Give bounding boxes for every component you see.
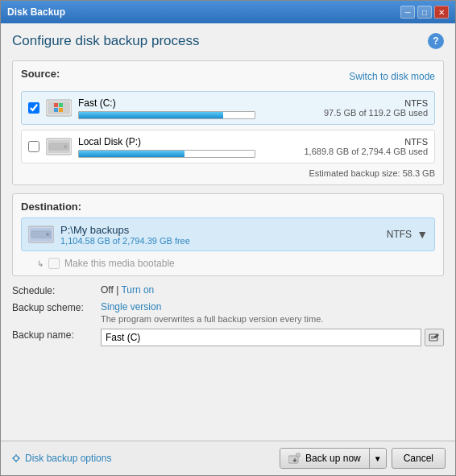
disk-options-link[interactable]: Disk backup options	[10, 453, 111, 464]
info-grid: Schedule: Off | Turn on Backup scheme: S…	[12, 284, 444, 346]
backup-name-input[interactable]	[101, 329, 421, 346]
disk-fs-local-p: NTFS	[305, 137, 429, 147]
footer-right: Back up now ▼ Cancel	[280, 448, 446, 469]
disk-usage-fast-c: 97.5 GB of 119.2 GB used	[324, 108, 428, 118]
destination-info: P:\My backups 1,104.58 GB of 2,794.39 GB…	[60, 224, 387, 246]
back-up-now-dropdown-arrow[interactable]: ▼	[370, 449, 386, 468]
rename-icon[interactable]	[425, 329, 444, 346]
disk-meta-local-p: NTFS 1,689.8 GB of 2,794.4 GB used	[305, 137, 429, 156]
disk-checkbox-fast-c[interactable]	[28, 102, 39, 114]
cancel-button[interactable]: Cancel	[392, 448, 446, 469]
header-row: Configure disk backup process ?	[12, 33, 444, 49]
svg-point-9	[64, 145, 67, 148]
destination-section: Destination: P:\My backups 1,104.58 GB o…	[12, 193, 444, 276]
dropdown-arrow-icon: ▼	[417, 228, 428, 241]
schedule-status: Off	[101, 284, 114, 296]
source-section: Source: Switch to disk mode	[12, 60, 444, 185]
disk-name-local-p: Local Disk (P:)	[78, 136, 305, 147]
source-label: Source:	[21, 68, 60, 80]
schedule-value: Off | Turn on	[101, 284, 444, 296]
backup-scheme-link[interactable]: Single version	[101, 301, 444, 313]
backup-scheme-desc: The program overwrites a full backup ver…	[101, 314, 444, 324]
backup-name-row: Backup name:	[12, 329, 444, 346]
switch-to-disk-mode-link[interactable]: Switch to disk mode	[349, 71, 435, 82]
bootable-checkbox[interactable]	[48, 258, 60, 269]
svg-rect-4	[54, 108, 58, 112]
disk-meta-fast-c: NTFS 97.5 GB of 119.2 GB used	[324, 98, 428, 118]
disk-progress-local-p	[78, 150, 255, 158]
footer-left: Disk backup options	[10, 453, 280, 464]
back-up-now-main[interactable]: Back up now	[280, 449, 370, 468]
svg-point-17	[14, 456, 19, 461]
schedule-label: Schedule:	[12, 284, 101, 296]
turn-on-link[interactable]: Turn on	[121, 284, 154, 296]
back-up-now-label: Back up now	[305, 453, 361, 464]
maximize-button[interactable]: □	[417, 6, 432, 19]
destination-fs: NTFS	[387, 229, 412, 240]
disk-name-fast-c: Fast (C:)	[78, 97, 324, 109]
page-title: Configure disk backup process	[12, 33, 199, 49]
disk-info-local-p: Local Disk (P:)	[78, 136, 305, 158]
disk-options-text: Disk backup options	[25, 453, 111, 464]
window-title: Disk Backup	[7, 6, 65, 18]
bootable-row: ↳ Make this media bootable	[21, 258, 435, 269]
disk-item-local-p[interactable]: Local Disk (P:) NTFS 1,689.8 GB of 2,794…	[21, 130, 435, 163]
svg-rect-2	[54, 103, 58, 107]
schedule-row: Schedule: Off | Turn on	[12, 284, 444, 296]
footer: Disk backup options Back up now ▼ Cancel	[1, 441, 455, 475]
backup-name-field-row	[101, 329, 444, 346]
disk-fill-local-p	[79, 151, 184, 157]
disk-icon-fast-c	[46, 97, 72, 119]
close-button[interactable]: ✕	[434, 6, 449, 19]
source-header: Source: Switch to disk mode	[21, 68, 435, 85]
disk-checkbox-local-p[interactable]	[28, 141, 39, 152]
backup-icon	[288, 453, 301, 464]
window-controls: ─ □ ✕	[400, 6, 449, 19]
destination-name: P:\My backups	[60, 224, 387, 236]
backup-scheme-value: Single version The program overwrites a …	[101, 301, 444, 324]
wrench-icon	[10, 453, 22, 464]
destination-dropdown[interactable]: P:\My backups 1,104.58 GB of 2,794.39 GB…	[21, 217, 435, 251]
disk-fill-fast-c	[79, 112, 223, 118]
main-window: Disk Backup ─ □ ✕ Configure disk backup …	[0, 0, 456, 476]
title-bar: Disk Backup ─ □ ✕	[1, 1, 455, 23]
svg-rect-3	[59, 103, 63, 107]
dialog-content: Configure disk backup process ? Source: …	[1, 23, 455, 441]
back-up-now-button[interactable]: Back up now ▼	[280, 448, 387, 469]
disk-usage-local-p: 1,689.8 GB of 2,794.4 GB used	[305, 147, 429, 156]
disk-info-fast-c: Fast (C:)	[78, 97, 324, 119]
backup-name-label: Backup name:	[12, 329, 101, 341]
destination-label: Destination:	[21, 201, 435, 213]
backup-scheme-row: Backup scheme: Single version The progra…	[12, 301, 444, 324]
arrow-right-icon: ↳	[37, 259, 44, 268]
disk-progress-fast-c	[78, 111, 255, 119]
svg-rect-5	[59, 108, 63, 112]
backup-scheme-label: Backup scheme:	[12, 301, 101, 313]
disk-icon-local-p	[46, 135, 72, 158]
minimize-button[interactable]: ─	[400, 6, 415, 19]
help-icon[interactable]: ?	[428, 33, 444, 49]
dest-disk-icon	[28, 223, 54, 246]
destination-size: 1,104.58 GB of 2,794.39 GB free	[60, 236, 387, 246]
svg-point-13	[46, 233, 49, 236]
disk-fs-fast-c: NTFS	[324, 98, 428, 108]
disk-item-fast-c[interactable]: Fast (C:) NTFS 97.5 GB of 119.2 GB used	[21, 91, 435, 125]
svg-rect-23	[289, 457, 297, 462]
estimated-size: Estimated backup size: 58.3 GB	[21, 168, 435, 178]
bootable-label: Make this media bootable	[64, 258, 175, 269]
